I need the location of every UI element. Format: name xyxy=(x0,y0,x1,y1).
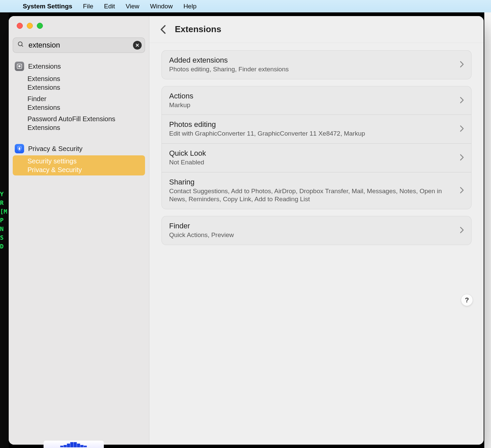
row-sharing[interactable]: Sharing Contact Suggestions, Add to Phot… xyxy=(162,172,471,209)
menu-file[interactable]: File xyxy=(83,3,93,10)
extensions-icon xyxy=(15,62,24,71)
row-actions[interactable]: Actions Markup xyxy=(162,86,471,115)
row-subtitle: Not Enabled xyxy=(169,158,460,167)
row-added-extensions[interactable]: Added extensions Photos editing, Sharing… xyxy=(162,51,471,79)
row-title: Finder xyxy=(169,222,460,230)
content-header: Extensions xyxy=(149,16,484,43)
close-button[interactable] xyxy=(17,23,23,29)
menu-view[interactable]: View xyxy=(126,3,139,10)
chevron-right-icon xyxy=(460,154,464,162)
row-title: Quick Look xyxy=(169,149,460,158)
content-pane: Extensions Added extensions Photos editi… xyxy=(149,16,484,445)
back-button[interactable] xyxy=(157,24,169,35)
background-window-right xyxy=(484,12,491,448)
chevron-right-icon xyxy=(460,227,464,234)
clear-search-button[interactable] xyxy=(133,41,142,50)
background-terminal: Y R [M P N S D xyxy=(0,12,9,448)
sidebar-item-security-settings[interactable]: Security settings Privacy & Security xyxy=(13,155,145,175)
menu-edit[interactable]: Edit xyxy=(104,3,115,10)
privacy-icon xyxy=(15,144,24,153)
sidebar-heading-privacy[interactable]: Privacy & Security xyxy=(13,142,145,155)
window-controls xyxy=(9,23,149,29)
sidebar: Extensions Extensions Extensions Finder … xyxy=(9,16,149,445)
row-title: Added extensions xyxy=(169,56,460,65)
chevron-right-icon xyxy=(460,187,464,195)
svg-point-6 xyxy=(18,147,20,149)
help-button[interactable]: ? xyxy=(461,294,473,306)
search-icon xyxy=(17,41,24,50)
menu-help[interactable]: Help xyxy=(184,3,197,10)
panel-finder: Finder Quick Actions, Preview xyxy=(161,216,472,245)
sidebar-item-finder-extensions[interactable]: Finder Extensions xyxy=(13,93,145,113)
row-subtitle: Markup xyxy=(169,101,460,109)
menubar: System Settings File Edit View Window He… xyxy=(0,0,491,12)
sidebar-item-password-autofill[interactable]: Password AutoFill Extensions Extensions xyxy=(13,113,145,133)
sidebar-heading-extensions[interactable]: Extensions xyxy=(13,60,145,73)
minimize-button[interactable] xyxy=(27,23,33,29)
app-name[interactable]: System Settings xyxy=(23,3,72,10)
search-input[interactable] xyxy=(13,38,145,53)
sidebar-group-privacy: Privacy & Security Security settings Pri… xyxy=(9,141,149,177)
panel-area: Added extensions Photos editing, Sharing… xyxy=(149,43,484,252)
row-subtitle: Edit with GraphicConverter 11, GraphicCo… xyxy=(169,130,460,138)
svg-line-1 xyxy=(22,45,23,47)
svg-point-0 xyxy=(18,42,22,46)
row-finder[interactable]: Finder Quick Actions, Preview xyxy=(162,216,471,245)
system-settings-window: Extensions Extensions Extensions Finder … xyxy=(9,16,484,445)
panel-extension-types: Actions Markup Photos editing Edit with … xyxy=(161,86,472,209)
row-title: Actions xyxy=(169,92,460,100)
row-subtitle: Photos editing, Sharing, Finder extensio… xyxy=(169,65,460,74)
row-quick-look[interactable]: Quick Look Not Enabled xyxy=(162,143,471,172)
row-photos-editing[interactable]: Photos editing Edit with GraphicConverte… xyxy=(162,115,471,143)
dock-thumbnail[interactable]: ▂▃▅▇▇▅▃▂ xyxy=(44,441,104,448)
chevron-right-icon xyxy=(460,125,464,133)
chevron-right-icon xyxy=(460,97,464,104)
page-title: Extensions xyxy=(175,24,221,34)
sidebar-item-extensions[interactable]: Extensions Extensions xyxy=(13,73,145,93)
row-title: Photos editing xyxy=(169,120,460,129)
row-subtitle: Contact Suggestions, Add to Photos, AirD… xyxy=(169,187,460,204)
svg-rect-5 xyxy=(18,65,20,67)
row-title: Sharing xyxy=(169,178,460,186)
zoom-button[interactable] xyxy=(37,23,43,29)
chevron-right-icon xyxy=(460,61,464,69)
sidebar-heading-label: Extensions xyxy=(28,63,61,70)
sidebar-group-extensions: Extensions Extensions Extensions Finder … xyxy=(9,58,149,135)
menu-window[interactable]: Window xyxy=(150,3,173,10)
sidebar-heading-label: Privacy & Security xyxy=(28,145,82,153)
row-subtitle: Quick Actions, Preview xyxy=(169,231,460,239)
panel-added-extensions: Added extensions Photos editing, Sharing… xyxy=(161,50,472,79)
search-field-wrap xyxy=(13,38,145,53)
svg-rect-7 xyxy=(19,149,20,150)
